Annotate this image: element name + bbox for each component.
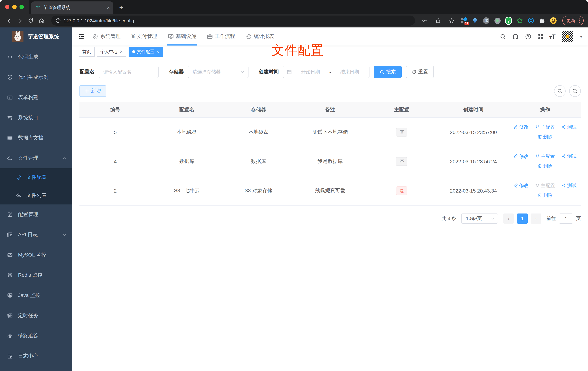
delete-link[interactable]: 删除 bbox=[537, 132, 553, 141]
prev-page-button[interactable]: ‹ bbox=[503, 213, 514, 224]
page-content: 配置名 存储器 请选择存储器 创建时间 开始 bbox=[72, 58, 588, 224]
search-button[interactable]: 搜索 bbox=[374, 66, 402, 78]
sidebar-item-java-monitor[interactable]: Java 监控 bbox=[0, 285, 72, 306]
sidebar-item-config-management[interactable]: 配置管理 bbox=[0, 204, 72, 225]
search-icon[interactable] bbox=[500, 33, 506, 40]
app-logo[interactable]: 芋道管理系统 bbox=[0, 27, 72, 45]
collapse-sidebar-icon[interactable] bbox=[78, 33, 84, 40]
menu-kebab-icon[interactable] bbox=[579, 18, 580, 23]
reset-button[interactable]: 重置 bbox=[406, 66, 434, 78]
home-icon[interactable] bbox=[37, 16, 46, 25]
close-window-button[interactable] bbox=[5, 5, 9, 9]
goto-page-input[interactable] bbox=[559, 213, 573, 224]
site-info-icon[interactable] bbox=[56, 18, 61, 23]
browser-update-button[interactable]: 更新 bbox=[562, 16, 584, 25]
view-tab-file-config[interactable]: 文件配置 ✕ bbox=[129, 47, 163, 57]
col-master: 主配置 bbox=[366, 102, 438, 117]
code-icon bbox=[7, 54, 13, 60]
sidebar-item-redis-monitor[interactable]: Redis 监控 bbox=[0, 265, 72, 285]
zoom-window-button[interactable] bbox=[20, 5, 24, 9]
view-tab-profile[interactable]: 个人中心 ✕ bbox=[97, 47, 126, 57]
tab-statistics[interactable]: 统计报表 bbox=[246, 27, 274, 45]
sidebar-item-api-log[interactable]: API 日志 bbox=[0, 225, 72, 245]
tab-close-icon[interactable]: × bbox=[107, 5, 110, 10]
java-monitor-icon bbox=[7, 293, 13, 298]
chevron-down-icon bbox=[491, 217, 495, 221]
passwords-key-icon[interactable] bbox=[420, 16, 430, 25]
close-icon[interactable]: ✕ bbox=[156, 50, 159, 54]
browser-tab[interactable]: 芋道管理系统 × bbox=[31, 1, 113, 14]
master-config-link[interactable]: 主配置 bbox=[535, 152, 555, 161]
fullscreen-icon[interactable] bbox=[537, 34, 543, 39]
add-button[interactable]: 新增 bbox=[79, 85, 106, 97]
test-link[interactable]: 测试 bbox=[561, 122, 577, 131]
extensions-puzzle-icon[interactable] bbox=[538, 17, 546, 24]
current-page-button[interactable]: 1 bbox=[517, 213, 528, 224]
sidebar-item-file-config[interactable]: 文件配置 bbox=[0, 168, 72, 186]
caret-down-icon[interactable]: ▼ bbox=[579, 34, 583, 39]
extension-eye-icon[interactable] bbox=[527, 17, 535, 24]
header-actions: TT ▼ bbox=[500, 31, 583, 42]
address-bar[interactable]: 127.0.0.1:1024/infra/file/file-config bbox=[51, 16, 415, 26]
config-name-input[interactable] bbox=[99, 66, 158, 78]
tab-system-management[interactable]: 系统管理 bbox=[93, 27, 121, 45]
profile-emoji-icon[interactable] bbox=[550, 17, 557, 24]
avatar[interactable] bbox=[562, 31, 573, 42]
tab-infrastructure[interactable]: 基础设施 bbox=[168, 27, 196, 45]
refresh-button[interactable] bbox=[569, 85, 581, 97]
schedule-icon bbox=[7, 313, 13, 319]
extension-command-icon[interactable]: ⌘ bbox=[483, 17, 490, 24]
sidebar-item-trace[interactable]: 链路追踪 bbox=[0, 326, 72, 346]
table-header-row: 编号 配置名 存储器 备注 主配置 创建时间 操作 bbox=[79, 102, 581, 117]
extension-dot-icon[interactable] bbox=[494, 17, 501, 24]
table-row: 2 S3 - 七牛云 S3 对象存储 戴佩妮真可爱 是 2022-03-15 2… bbox=[79, 176, 581, 205]
cell-storage: S3 对象存储 bbox=[223, 176, 294, 205]
sidebar-item-db-doc[interactable]: 数据库文档 bbox=[0, 128, 72, 148]
sidebar-item-system-api[interactable]: 系统接口 bbox=[0, 108, 72, 128]
sidebar-item-code-gen[interactable]: 代码生成 bbox=[0, 47, 72, 67]
back-icon[interactable] bbox=[4, 16, 14, 25]
master-config-link[interactable]: 主配置 bbox=[535, 122, 555, 131]
extension-y-icon[interactable]: y bbox=[505, 17, 512, 24]
forward-icon[interactable] bbox=[15, 16, 25, 25]
minimize-window-button[interactable] bbox=[12, 5, 17, 9]
view-tab-home[interactable]: 首页 bbox=[79, 47, 95, 57]
bookmark-star-icon[interactable] bbox=[447, 16, 456, 25]
sidebar-item-file-management[interactable]: 文件管理 bbox=[0, 148, 72, 168]
extension-tango-icon[interactable]: 11 bbox=[460, 17, 467, 24]
test-link[interactable]: 测试 bbox=[561, 181, 577, 190]
github-icon[interactable] bbox=[512, 33, 519, 40]
edit-link[interactable]: 修改 bbox=[514, 181, 529, 190]
edit-link[interactable]: 修改 bbox=[514, 152, 529, 161]
sidebar-item-form-builder[interactable]: 表单构建 bbox=[0, 87, 72, 108]
view-tab-label: 首页 bbox=[82, 49, 91, 55]
storage-select[interactable]: 请选择存储器 bbox=[188, 66, 249, 78]
tab-payment-management[interactable]: ¥ 支付管理 bbox=[131, 27, 157, 45]
close-icon[interactable]: ✕ bbox=[120, 50, 123, 54]
table-row: 4 数据库 数据库 我是数据库 否 2022-03-15 23:56:24 修改… bbox=[79, 147, 581, 176]
font-size-icon[interactable]: TT bbox=[549, 33, 556, 40]
gear-icon bbox=[16, 175, 22, 180]
extension-balloon-icon[interactable] bbox=[471, 17, 479, 24]
sidebar-item-scheduled-tasks[interactable]: 定时任务 bbox=[0, 306, 72, 326]
delete-link[interactable]: 删除 bbox=[537, 161, 553, 170]
cell-storage: 数据库 bbox=[223, 147, 294, 176]
extension-star-icon[interactable] bbox=[516, 17, 523, 24]
hide-search-button[interactable] bbox=[554, 85, 566, 97]
edit-link[interactable]: 修改 bbox=[514, 122, 529, 131]
sidebar-item-code-demo[interactable]: 代码生成示例 bbox=[0, 67, 72, 87]
tab-workflow[interactable]: 工作流程 bbox=[207, 27, 235, 45]
sidebar-item-mysql-monitor[interactable]: MySQL 监控 bbox=[0, 245, 72, 265]
reload-icon[interactable] bbox=[26, 16, 35, 25]
test-link[interactable]: 测试 bbox=[561, 152, 577, 161]
help-icon[interactable] bbox=[525, 33, 531, 40]
page-size-select[interactable]: 10条/页 bbox=[461, 213, 498, 224]
date-range-picker[interactable]: 开始日期 - 结束日期 bbox=[283, 66, 369, 78]
share-icon[interactable] bbox=[433, 16, 443, 25]
sidebar-item-file-list[interactable]: 文件列表 bbox=[0, 186, 72, 204]
delete-link[interactable]: 删除 bbox=[537, 191, 553, 200]
new-tab-button[interactable]: + bbox=[119, 4, 123, 11]
window-controls[interactable] bbox=[0, 0, 29, 14]
sidebar-item-log-center[interactable]: 日志中心 bbox=[0, 346, 72, 366]
next-page-button[interactable]: › bbox=[531, 213, 541, 224]
